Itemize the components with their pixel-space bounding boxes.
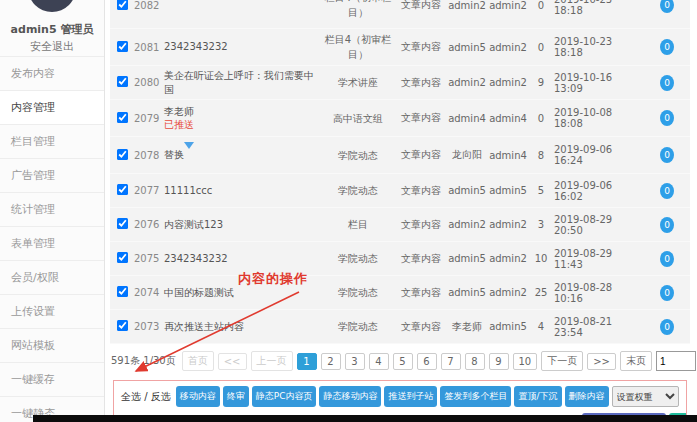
row-column: 学院动态 bbox=[320, 148, 396, 163]
row-admin2: admin2 bbox=[488, 219, 528, 230]
comment-badge[interactable]: 0 bbox=[660, 39, 674, 55]
action-button-4[interactable]: 推送到子站 bbox=[384, 386, 437, 407]
page-last-button[interactable]: 末页 bbox=[620, 351, 652, 371]
row-id: 2079 bbox=[134, 113, 164, 124]
row-title: 美企在听证会上呼吁：我们需要中国 bbox=[164, 70, 314, 95]
sidebar-item-7[interactable]: 上传设置 bbox=[0, 294, 104, 328]
sidebar-item-0[interactable]: 发布内容 bbox=[0, 56, 104, 90]
row-checkbox[interactable] bbox=[116, 320, 127, 331]
row-date: 2019-10-08 18:08 bbox=[554, 107, 644, 129]
row-badge-cell: 0 bbox=[644, 217, 690, 233]
row-count: 4 bbox=[528, 321, 554, 332]
row-admin2: admin5 bbox=[488, 185, 528, 196]
sidebar-item-2[interactable]: 栏目管理 bbox=[0, 124, 104, 158]
user-profile: admin5 管理员 安全退出 bbox=[0, 0, 104, 56]
page-number-10[interactable]: 10 bbox=[513, 353, 538, 370]
table-row: 2074中国的标题测试学院动态文章内容admin5admin2252019-08… bbox=[110, 276, 690, 310]
comment-badge[interactable]: 0 bbox=[660, 0, 674, 13]
sidebar-item-5[interactable]: 表单管理 bbox=[0, 226, 104, 260]
row-checkbox[interactable] bbox=[116, 40, 127, 51]
row-type: 文章内容 bbox=[396, 148, 446, 162]
table-row: 20812342343232栏目4（初审栏目）文章内容admin5admin20… bbox=[110, 29, 690, 66]
row-badge-cell: 0 bbox=[644, 0, 690, 13]
comment-badge[interactable]: 0 bbox=[660, 183, 674, 199]
page-number-9[interactable]: 9 bbox=[489, 353, 509, 370]
sidebar-item-8[interactable]: 网站模板 bbox=[0, 328, 104, 362]
page-number-6[interactable]: 6 bbox=[417, 353, 437, 370]
table-row: 2076内容测试123栏目文章内容admin2admin232019-08-29… bbox=[110, 208, 690, 242]
sidebar-item-1[interactable]: 内容管理 bbox=[0, 90, 104, 124]
row-type: 文章内容 bbox=[396, 320, 446, 334]
weight-select[interactable]: 设置权重 bbox=[612, 386, 680, 407]
action-button-6[interactable]: 置顶/下沉 bbox=[514, 386, 561, 407]
sidebar-item-9[interactable]: 一键缓存 bbox=[0, 362, 104, 396]
row-admin2: admin2 bbox=[488, 77, 528, 88]
row-column: 栏目4（初审栏目） bbox=[320, 0, 396, 20]
row-admin1: admin2 bbox=[446, 77, 488, 88]
row-title-cell: 中国的标题测试 bbox=[164, 286, 320, 300]
row-count: 0 bbox=[528, 42, 554, 53]
table-row: 207711111ccc学院动态文章内容admin5admin552019-09… bbox=[110, 174, 690, 208]
row-checkbox[interactable] bbox=[116, 0, 127, 10]
action-button-1[interactable]: 终审 bbox=[223, 386, 249, 407]
row-checkbox[interactable] bbox=[116, 148, 127, 159]
action-button-3[interactable]: 静态移动内容 bbox=[319, 386, 381, 407]
action-button-7[interactable]: 删除内容 bbox=[565, 386, 609, 407]
row-admin1: admin2 bbox=[446, 0, 488, 11]
page-next-double-button[interactable]: >> bbox=[587, 353, 616, 370]
page-number-1[interactable]: 1 bbox=[297, 353, 317, 370]
row-title: 2342343232 bbox=[164, 41, 228, 52]
action-buttons: 移动内容终审静态PC内容页静态移动内容推送到子站签发到多个栏目置顶/下沉删除内容 bbox=[176, 386, 609, 407]
page-number-8[interactable]: 8 bbox=[465, 353, 485, 370]
page-number-2[interactable]: 2 bbox=[321, 353, 341, 370]
row-checkbox[interactable] bbox=[116, 111, 127, 122]
page-next-button[interactable]: 下一页 bbox=[541, 351, 583, 371]
action-button-5[interactable]: 签发到多个栏目 bbox=[440, 386, 511, 407]
comment-badge[interactable]: 0 bbox=[660, 319, 674, 335]
page-prev-double-button[interactable]: << bbox=[218, 353, 247, 370]
page-number-4[interactable]: 4 bbox=[369, 353, 389, 370]
row-checkbox[interactable] bbox=[116, 218, 127, 229]
page-number-7[interactable]: 7 bbox=[441, 353, 461, 370]
page-numbers: 12345678910 bbox=[297, 353, 538, 370]
row-id: 2081 bbox=[134, 42, 164, 53]
row-id: 2075 bbox=[134, 253, 164, 264]
row-admin1: admin5 bbox=[446, 42, 488, 53]
row-date: 2019-08-29 11:43 bbox=[554, 248, 644, 270]
comment-badge[interactable]: 0 bbox=[660, 285, 674, 301]
page-number-5[interactable]: 5 bbox=[393, 353, 413, 370]
row-id: 2082 bbox=[134, 0, 164, 11]
row-count: 3 bbox=[528, 219, 554, 230]
row-column: 栏目4（初审栏目） bbox=[320, 32, 396, 62]
row-admin2: admin2 bbox=[488, 0, 528, 11]
comment-badge[interactable]: 0 bbox=[660, 147, 674, 163]
page-number-3[interactable]: 3 bbox=[345, 353, 365, 370]
page-first-button[interactable]: 首页 bbox=[182, 351, 214, 371]
action-button-2[interactable]: 静态PC内容页 bbox=[252, 386, 317, 407]
sidebar-item-4[interactable]: 统计管理 bbox=[0, 192, 104, 226]
page-prev-button[interactable]: 上一页 bbox=[251, 351, 293, 371]
table-row: 2080美企在听证会上呼吁：我们需要中国学术讲座文章内容admin2admin2… bbox=[110, 66, 690, 100]
logout-link[interactable]: 安全退出 bbox=[0, 39, 104, 54]
row-title: 内容测试123 bbox=[164, 219, 223, 230]
select-all-toggle[interactable]: 全选 / 反选 bbox=[121, 390, 171, 404]
row-admin1: admin2 bbox=[446, 219, 488, 230]
comment-badge[interactable]: 0 bbox=[660, 251, 674, 267]
sidebar-item-6[interactable]: 会员/权限 bbox=[0, 260, 104, 294]
comment-badge[interactable]: 0 bbox=[660, 75, 674, 91]
comment-badge[interactable]: 0 bbox=[660, 110, 674, 126]
row-checkbox[interactable] bbox=[116, 286, 127, 297]
page-jump-input[interactable] bbox=[656, 351, 696, 371]
row-column: 学院动态 bbox=[320, 183, 396, 198]
row-count: 0 bbox=[528, 0, 554, 11]
comment-badge[interactable]: 0 bbox=[660, 217, 674, 233]
row-badge-cell: 0 bbox=[644, 251, 690, 267]
row-checkbox[interactable] bbox=[116, 184, 127, 195]
row-checkbox[interactable] bbox=[116, 76, 127, 87]
row-type: 文章内容 bbox=[396, 184, 446, 198]
sidebar-item-3[interactable]: 广告管理 bbox=[0, 158, 104, 192]
row-id: 2080 bbox=[134, 77, 164, 88]
table-row: 2078替换学院动态文章内容龙向阳admin482019-09-06 16:24… bbox=[110, 137, 690, 174]
row-checkbox[interactable] bbox=[116, 252, 127, 263]
action-button-0[interactable]: 移动内容 bbox=[176, 386, 220, 407]
